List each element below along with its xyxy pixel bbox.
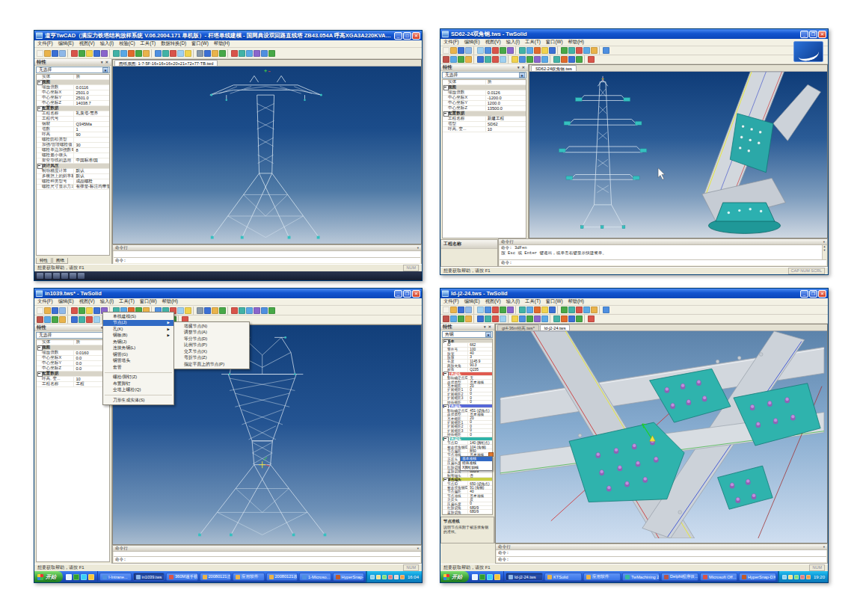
taskbar-button[interactable]: 1-Microso... xyxy=(299,573,331,581)
toolbar-icon[interactable] xyxy=(603,47,609,54)
toolbar-icon[interactable] xyxy=(151,49,153,58)
toolbar-icon[interactable] xyxy=(534,47,541,54)
model-canvas[interactable] xyxy=(496,331,827,543)
toolbar-icon[interactable] xyxy=(599,306,601,314)
chevron-down-icon[interactable]: ▼ xyxy=(519,73,525,78)
collapse-icon[interactable]: ▾ xyxy=(823,240,825,244)
toolbar-icon[interactable] xyxy=(93,50,100,57)
toolbar-icon[interactable] xyxy=(239,50,245,57)
toolbar-icon[interactable] xyxy=(561,56,568,63)
toolbar-icon[interactable] xyxy=(485,307,491,313)
close-button[interactable]: ✕ xyxy=(412,290,420,298)
toolbar-icon[interactable] xyxy=(67,49,70,58)
menu-dropdown-item[interactable]: 布置脚钉 xyxy=(103,381,173,387)
menu-item[interactable]: 数据转换(D) xyxy=(161,40,186,47)
command-input[interactable]: 命令: xyxy=(114,257,420,263)
menu-item[interactable]: 视图(V) xyxy=(79,40,95,47)
title-bar[interactable]: ld-j2-24.tws - TwSolid _ ❐ ✕ xyxy=(440,289,828,298)
taskbar-item-icon[interactable] xyxy=(37,273,43,279)
toolbar-icon[interactable] xyxy=(541,56,548,63)
menu-dropdown-item[interactable]: 钢板(B) ▶ xyxy=(103,333,173,339)
menu-item[interactable]: 输入(I) xyxy=(100,40,114,47)
toolbar-icon[interactable] xyxy=(549,47,556,54)
toolbar-icon[interactable] xyxy=(44,316,51,323)
toolbar-icon[interactable] xyxy=(101,50,108,57)
tray-icon[interactable] xyxy=(370,575,375,579)
taskbar-button[interactable]: 应用软件 xyxy=(233,573,265,581)
toolbar-icon[interactable] xyxy=(473,315,476,323)
toolbar-icon[interactable] xyxy=(52,316,58,323)
panel-buttons[interactable]: ▾ ✕ xyxy=(517,65,526,70)
taskbar-button[interactable]: HyperSnap-DX xyxy=(333,573,365,581)
menu-item[interactable]: 输入(I) xyxy=(506,39,520,46)
menu-dropdown-item[interactable]: 螺栓/脚钉(Z) xyxy=(103,375,173,381)
toolbar-icon[interactable] xyxy=(261,50,268,57)
model-canvas[interactable] xyxy=(113,67,421,244)
collapse-icon[interactable]: ▾ xyxy=(417,546,419,550)
toolbar-icon[interactable] xyxy=(177,50,184,57)
toolbar-icon[interactable] xyxy=(557,306,559,314)
toolbar-icon[interactable] xyxy=(193,307,195,315)
toolbar-icon[interactable] xyxy=(37,316,43,323)
toolbar-icon[interactable] xyxy=(492,315,499,322)
menu-item[interactable]: 帮助(H) xyxy=(568,39,584,46)
toolbar-icon[interactable] xyxy=(588,56,595,63)
toolbar-icon[interactable] xyxy=(71,307,78,314)
toolbar-icon[interactable] xyxy=(71,50,78,57)
toolbar-icon[interactable] xyxy=(473,306,476,314)
document-tab[interactable]: gt4-36m特高.tws* xyxy=(497,324,539,330)
menu-item[interactable]: 帮助(H) xyxy=(214,40,230,47)
menu-item[interactable]: 工具(T) xyxy=(525,39,541,46)
toolbar-icon[interactable] xyxy=(261,307,268,314)
toolbar-icon[interactable] xyxy=(576,315,583,322)
document-tab[interactable]: ld-j2-24.tws xyxy=(540,324,571,330)
toolbar-icon[interactable] xyxy=(185,50,191,57)
toolbar-icon[interactable] xyxy=(512,315,518,322)
toolbar-icon[interactable] xyxy=(515,46,517,55)
toolbar-icon[interactable] xyxy=(67,315,70,324)
toolbar-icon[interactable] xyxy=(44,50,51,57)
menu-item[interactable]: 文件(F) xyxy=(443,298,459,305)
toolbar-icon[interactable] xyxy=(541,47,548,54)
toolbar-icon[interactable] xyxy=(59,307,66,314)
toolbar-icon[interactable] xyxy=(212,50,218,57)
toolbar-icon[interactable] xyxy=(526,307,533,313)
toolbar-icon[interactable] xyxy=(492,56,499,63)
toolbar-icon[interactable] xyxy=(86,307,93,314)
start-button[interactable]: 开始 xyxy=(440,571,469,582)
panel-tab[interactable]: 图纸 xyxy=(52,258,68,264)
toolbar-icon[interactable] xyxy=(450,56,457,63)
menu-item[interactable]: 窗口(W) xyxy=(191,40,209,47)
menu-item[interactable]: 工具(T) xyxy=(141,40,156,47)
selection-combo[interactable]: 无选择▼ xyxy=(36,67,110,73)
submenu-item[interactable]: 比例节点(P) xyxy=(174,342,249,349)
menu-item[interactable]: 视图(V) xyxy=(485,39,501,46)
taskbar-button[interactable]: KTSolid xyxy=(544,573,582,581)
toolbar-icon[interactable] xyxy=(443,47,449,54)
collapse-icon[interactable]: ▾ xyxy=(823,545,825,549)
toolbar-icon[interactable] xyxy=(534,56,541,63)
toolbar-icon[interactable] xyxy=(568,56,575,63)
quick-launch-icon[interactable] xyxy=(66,574,72,580)
toolbar-icon[interactable] xyxy=(204,307,211,314)
command-log[interactable]: 命令: xyxy=(114,251,420,263)
toolbar-icon[interactable] xyxy=(450,47,457,54)
toolbar-icon[interactable] xyxy=(519,307,526,313)
toolbar-icon[interactable] xyxy=(477,307,484,313)
tray-icon[interactable] xyxy=(800,575,805,579)
collapse-icon[interactable]: ▾ xyxy=(417,246,419,250)
toolbar-icon[interactable] xyxy=(465,56,472,63)
submenu-item[interactable]: 塔腿节点(N) xyxy=(174,323,249,330)
toolbar-icon[interactable] xyxy=(541,315,548,322)
taskbar-button[interactable]: 应用软件 xyxy=(583,573,621,581)
toolbar-icon[interactable] xyxy=(231,307,238,314)
toolbar-icon[interactable] xyxy=(568,47,575,54)
title-bar[interactable]: SD62-24双角钢.tws - TwSolid _ ❐ ✕ xyxy=(440,29,828,39)
tray-icon[interactable] xyxy=(400,575,405,579)
toolbar-icon[interactable] xyxy=(79,307,85,314)
tray-icon[interactable] xyxy=(388,575,393,579)
toolbar-icon[interactable] xyxy=(557,46,559,55)
toolbar-icon[interactable] xyxy=(550,55,552,64)
toolbar-icon[interactable] xyxy=(500,56,506,63)
close-button[interactable]: ✕ xyxy=(818,290,826,298)
